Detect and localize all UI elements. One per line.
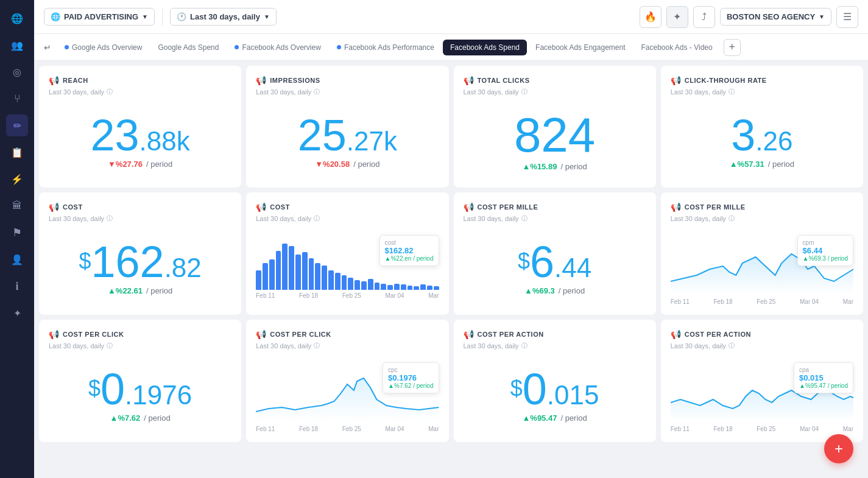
- tab-label: Google Ads Overview: [72, 43, 142, 52]
- chart-tooltip: cost $162.82 ▲%22.en / period: [379, 235, 439, 266]
- metric-change: ▲%69.3 / period: [524, 286, 585, 295]
- period-label: / period: [146, 286, 172, 295]
- bar: [387, 285, 393, 290]
- tabbar: ↵ Google Ads Overview Google Ads Spend F…: [34, 34, 868, 61]
- change-value: ▼%20.58: [315, 160, 350, 169]
- metric-small: .015: [547, 380, 599, 410]
- sidebar-icon-person[interactable]: 👤: [6, 248, 28, 270]
- sidebar-icon-flag[interactable]: ⚑: [6, 222, 28, 244]
- chart-area: cpc $0.1976 ▲%7.62 / period Feb 11: [256, 362, 439, 432]
- bar: [408, 286, 413, 290]
- period-label: / period: [768, 160, 794, 169]
- period-label: / period: [144, 413, 170, 423]
- card-subtitle: Last 30 days, daily ⓘ: [671, 342, 853, 350]
- megaphone-icon: 📢: [671, 202, 681, 212]
- card-header: 📢 COST PER CLICK: [256, 329, 439, 339]
- sidebar-icon-users[interactable]: 👥: [6, 34, 28, 56]
- info-circle-icon: ⓘ: [521, 88, 528, 96]
- card-header: 📢 CLICK-THROUGH RATE: [671, 76, 853, 85]
- metric-large: 6: [530, 237, 554, 286]
- metric-large: 3: [731, 111, 755, 160]
- tab-facebook-ads-spend[interactable]: Facebook Ads Spend: [443, 40, 527, 55]
- add-tab-button[interactable]: +: [724, 39, 741, 56]
- info-circle-icon: ⓘ: [314, 214, 320, 223]
- sidebar-icon-target[interactable]: ◎: [6, 61, 28, 83]
- metric-display: 3.26: [731, 113, 792, 157]
- sidebar-icon-globe[interactable]: 🌐: [6, 7, 28, 29]
- card-subtitle: Last 30 days, daily ⓘ: [671, 88, 853, 96]
- sidebar-icon-lightning[interactable]: ⚡: [6, 168, 28, 190]
- sidebar-icon-info[interactable]: i: [6, 275, 28, 297]
- info-circle-icon: ⓘ: [314, 88, 320, 96]
- metric-display: 23.88k: [90, 113, 189, 157]
- card-subtitle: Last 30 days, daily ⓘ: [256, 214, 439, 223]
- chevron-down-icon-2: ▼: [264, 13, 270, 20]
- channel-select[interactable]: 🌐 PAID ADVERTISING ▼: [44, 8, 155, 26]
- chart-dates: Feb 11 Feb 18 Feb 25 Mar 04 Mar: [256, 292, 439, 299]
- tooltip-change: ▲%69.3 / period: [803, 255, 848, 262]
- tab-facebook-ads-engagement[interactable]: Facebook Ads Engagement: [528, 40, 632, 55]
- info-circle-icon: ⓘ: [314, 342, 320, 350]
- card-subtitle: Last 30 days, daily ⓘ: [671, 214, 853, 223]
- metric-small: .88k: [139, 126, 190, 156]
- sidebar-icon-building[interactable]: 🏛: [6, 195, 28, 217]
- bar: [282, 244, 288, 290]
- reach-card: 📢 REACH Last 30 days, daily ⓘ 23.88k ▼%2…: [39, 66, 241, 188]
- card-subtitle: Last 30 days, daily ⓘ: [49, 88, 231, 96]
- tab-facebook-ads-overview[interactable]: Facebook Ads Overview: [227, 40, 328, 55]
- metric-large: 0: [101, 365, 125, 413]
- card-title: COST PER ACTION: [685, 331, 751, 338]
- metric-display: $0.015: [510, 367, 599, 411]
- date-select[interactable]: 🕐 Last 30 days, daily ▼: [170, 8, 277, 26]
- change-value: ▲%69.3: [524, 286, 555, 295]
- sidebar-icon-branch[interactable]: ⑂: [6, 88, 28, 110]
- metric-value-area: 824 ▲%15.89 / period: [464, 104, 646, 178]
- metric-small: .1976: [125, 380, 192, 410]
- ctr-card: 📢 CLICK-THROUGH RATE Last 30 days, daily…: [661, 66, 863, 188]
- fire-button[interactable]: 🔥: [640, 6, 662, 28]
- period-label: / period: [353, 160, 379, 169]
- main-content: 🌐 PAID ADVERTISING ▼ 🕐 Last 30 days, dai…: [34, 0, 868, 478]
- metric-change: ▲%15.89 / period: [522, 162, 587, 171]
- bar: [322, 265, 327, 290]
- tab-google-ads-spend[interactable]: Google Ads Spend: [150, 40, 226, 55]
- tab-label: Facebook Ads Performance: [344, 43, 434, 52]
- bar: [276, 251, 281, 290]
- tab-facebook-ads-performance[interactable]: Facebook Ads Performance: [330, 40, 442, 55]
- metric-value-area: $0.1976 ▲%7.62 / period: [49, 357, 231, 432]
- bar: [269, 259, 275, 290]
- fab-button[interactable]: +: [824, 434, 853, 463]
- metric-large: 23: [90, 111, 139, 160]
- tab-nav-back[interactable]: ↵: [39, 39, 56, 56]
- card-subtitle: Last 30 days, daily ⓘ: [464, 88, 646, 96]
- currency-sign: $: [79, 248, 91, 274]
- chart-area: cost $162.82 ▲%22.en / period: [256, 235, 439, 305]
- info-circle-icon: ⓘ: [729, 342, 735, 350]
- bar: [335, 273, 340, 290]
- bar: [289, 246, 294, 290]
- magic-button[interactable]: ✦: [666, 6, 688, 28]
- sidebar-icon-clipboard[interactable]: 📋: [6, 141, 28, 163]
- info-circle-icon: ⓘ: [729, 88, 735, 96]
- menu-button[interactable]: ☰: [836, 6, 858, 28]
- tab-google-ads-overview[interactable]: Google Ads Overview: [57, 40, 149, 55]
- card-title: IMPRESSIONS: [270, 77, 320, 84]
- tab-facebook-ads-video[interactable]: Facebook Ads - Video: [633, 40, 719, 55]
- tab-label: Facebook Ads - Video: [641, 43, 712, 52]
- tooltip-change: ▲%95.47 / period: [799, 382, 848, 389]
- sidebar-icon-edit[interactable]: ✏: [6, 114, 28, 136]
- info-circle-icon: ⓘ: [107, 88, 113, 96]
- share-button[interactable]: ⤴: [693, 6, 715, 28]
- chart-area: cpa $0.015 ▲%95.47 / period Feb 11: [671, 362, 853, 432]
- change-value: ▲%95.47: [522, 413, 557, 423]
- bar: [414, 286, 419, 290]
- change-value: ▲%15.89: [522, 162, 557, 171]
- tooltip-label: cost: [385, 239, 434, 246]
- agency-select[interactable]: BOSTON SEO AGENCY ▼: [720, 8, 831, 26]
- bar: [342, 275, 347, 290]
- topbar-divider: [162, 9, 163, 26]
- card-subtitle: Last 30 days, daily ⓘ: [49, 342, 231, 350]
- sidebar-icon-code[interactable]: ✦: [6, 302, 28, 324]
- chevron-down-icon-3: ▼: [819, 13, 825, 20]
- metric-small: .26: [755, 126, 792, 156]
